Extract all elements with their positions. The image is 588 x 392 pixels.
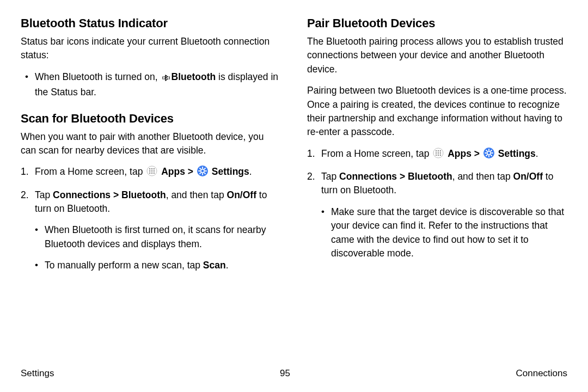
pair-p1: The Bluetooth pairing process allows you… xyxy=(307,35,567,76)
footer-right: Connections xyxy=(516,368,567,379)
status-bullet-item: When Bluetooth is turned on, Bluetooth i… xyxy=(35,70,281,100)
scan-step-1: From a Home screen, tap Apps > Settings. xyxy=(35,165,281,180)
bold-text: On/Off xyxy=(513,171,543,182)
intro-status-indicator: Status bar icons indicate your current B… xyxy=(21,35,281,63)
page-number: 95 xyxy=(280,368,290,379)
pair-step-2: Tap Connections > Bluetooth, and then ta… xyxy=(321,170,567,260)
bold-text: Apps xyxy=(448,148,471,159)
heading-status-indicator: Bluetooth Status Indicator xyxy=(21,16,281,30)
settings-icon xyxy=(197,166,208,180)
pair-p2: Pairing between two Bluetooth devices is… xyxy=(307,84,567,139)
bold-text: Settings xyxy=(498,148,536,159)
scan-sub-2: To manually perform a new scan, tap Scan… xyxy=(45,259,281,272)
text: Tap xyxy=(321,171,339,182)
text: From a Home screen, tap xyxy=(321,148,432,159)
bold-text: Connections > Bluetooth xyxy=(53,189,166,200)
bold-text: Settings xyxy=(212,166,249,177)
left-column: Bluetooth Status Indicator Status bar ic… xyxy=(21,16,281,285)
pair-sub-bullets: Make sure that the target device is disc… xyxy=(321,205,567,261)
bold-text: Scan xyxy=(203,260,226,271)
text: , and then tap xyxy=(452,171,513,182)
scan-sub-1: When Bluetooth is first turned on, it sc… xyxy=(45,223,281,251)
intro-scan-devices: When you want to pair with another Bluet… xyxy=(21,130,281,158)
heading-scan-devices: Scan for Bluetooth Devices xyxy=(21,112,281,126)
text: When Bluetooth is turned on, xyxy=(35,71,161,82)
bold-text: Bluetooth xyxy=(171,71,216,82)
separator: > xyxy=(471,148,482,159)
apps-icon xyxy=(433,148,444,162)
text: . xyxy=(249,166,252,177)
apps-icon xyxy=(146,166,157,180)
scan-steps: From a Home screen, tap Apps > Settings.… xyxy=(21,165,281,272)
section-scan-devices: Scan for Bluetooth Devices When you want… xyxy=(21,112,281,273)
separator: > xyxy=(185,166,196,177)
text: . xyxy=(226,260,229,271)
page-footer: Settings 95 Connections xyxy=(21,368,567,379)
pair-step-1: From a Home screen, tap Apps > Settings. xyxy=(321,147,567,162)
pair-sub-1: Make sure that the target device is disc… xyxy=(331,205,567,261)
footer-left: Settings xyxy=(21,368,54,379)
text: , and then tap xyxy=(166,189,227,200)
bold-text: On/Off xyxy=(227,189,256,200)
status-bullets: When Bluetooth is turned on, Bluetooth i… xyxy=(21,70,281,100)
text: . xyxy=(536,148,538,159)
text: To manually perform a new scan, tap xyxy=(45,260,203,271)
section-pair-devices: Pair Bluetooth Devices The Bluetooth pai… xyxy=(307,16,567,260)
bluetooth-icon xyxy=(162,72,170,85)
bold-text: Connections > Bluetooth xyxy=(339,171,452,182)
heading-pair-devices: Pair Bluetooth Devices xyxy=(307,16,567,30)
pair-steps: From a Home screen, tap Apps > Settings.… xyxy=(307,147,567,261)
scan-step-2: Tap Connections > Bluetooth, and then ta… xyxy=(35,188,281,273)
scan-sub-bullets: When Bluetooth is first turned on, it sc… xyxy=(35,223,281,272)
settings-icon xyxy=(483,148,494,162)
text: From a Home screen, tap xyxy=(35,166,145,177)
section-status-indicator: Bluetooth Status Indicator Status bar ic… xyxy=(21,16,281,100)
bold-text: Apps xyxy=(161,166,185,177)
right-column: Pair Bluetooth Devices The Bluetooth pai… xyxy=(307,16,567,285)
text: Tap xyxy=(35,189,53,200)
page-columns: Bluetooth Status Indicator Status bar ic… xyxy=(21,16,567,285)
